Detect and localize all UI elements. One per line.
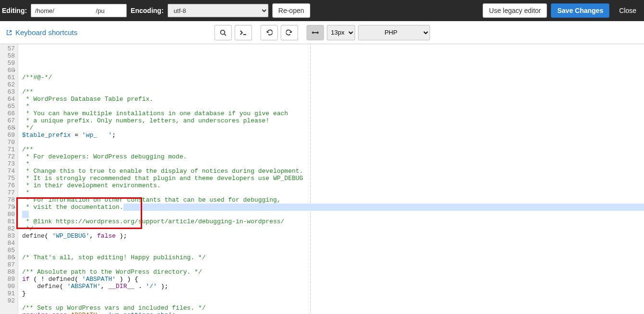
code-line[interactable]: * For developers: WordPress debugging mo… xyxy=(22,153,644,160)
line-number: 84 xyxy=(3,240,15,247)
code-area[interactable]: /**#@-*//** * WordPress Database Table p… xyxy=(18,44,644,314)
code-line[interactable] xyxy=(22,139,644,146)
print-margin xyxy=(310,44,311,314)
code-line[interactable]: * WordPress Database Table prefix. xyxy=(22,96,644,103)
code-line[interactable]: define( 'WP_DEBUG', false ); xyxy=(22,232,644,240)
search-icon xyxy=(219,29,226,36)
line-number: 57 xyxy=(3,45,15,52)
line-gutter: 57585960▾6162636465666768▾69707172737475… xyxy=(0,44,18,314)
line-number: 82 xyxy=(3,225,15,232)
line-number: 88 xyxy=(3,268,15,276)
line-number: 90 xyxy=(3,283,15,290)
code-line[interactable] xyxy=(22,240,644,247)
code-line[interactable] xyxy=(22,261,644,268)
line-number: 59 xyxy=(3,60,15,67)
line-number: 81 xyxy=(3,218,15,225)
line-number: 74 xyxy=(3,168,15,175)
code-line[interactable]: require_once ABSPATH . 'wp-settings.php'… xyxy=(22,312,644,314)
line-number: 63 xyxy=(3,88,15,96)
line-number: 75 xyxy=(3,175,15,182)
code-line[interactable]: /**#@-*/ xyxy=(22,74,644,81)
line-number: 89 xyxy=(3,276,15,283)
line-number: 92 xyxy=(3,297,15,304)
code-line[interactable]: * @link https://wordpress.org/support/ar… xyxy=(22,218,644,225)
keyboard-shortcuts-link[interactable]: Keyboard shortcuts xyxy=(6,28,77,36)
line-number: 66 xyxy=(3,110,15,117)
line-number: 91 xyxy=(3,290,15,297)
code-line[interactable]: */ xyxy=(22,225,644,232)
save-button[interactable]: Save Changes xyxy=(551,3,609,18)
line-number: 69 xyxy=(3,132,15,139)
secondary-toolbar: Keyboard shortcuts 13px PHP xyxy=(0,21,644,44)
font-size-select[interactable]: 13px xyxy=(327,25,355,40)
code-line[interactable]: define( 'ABSPATH', __DIR__ . '/' ); xyxy=(22,283,644,290)
encoding-select[interactable]: utf-8 xyxy=(168,4,268,17)
code-line[interactable]: * It is strongly recommended that plugin… xyxy=(22,175,644,182)
line-number: 76 xyxy=(3,182,15,189)
line-number: 67 xyxy=(3,117,15,124)
topbar: Editing: Encoding: utf-8 Re-open Use leg… xyxy=(0,0,644,21)
line-number: 77 xyxy=(3,189,15,196)
line-number: 80 xyxy=(3,211,15,218)
code-line[interactable]: * xyxy=(22,103,644,110)
code-line[interactable]: */ xyxy=(22,124,644,132)
language-select[interactable]: PHP xyxy=(358,25,430,40)
code-line[interactable]: * xyxy=(22,189,644,196)
code-line[interactable] xyxy=(22,297,644,304)
line-number: 70 xyxy=(3,139,15,146)
code-line[interactable]: * Change this to true to enable the disp… xyxy=(22,168,644,175)
line-number: 73 xyxy=(3,160,15,168)
undo-icon xyxy=(266,29,272,36)
line-number: 71 xyxy=(3,146,15,153)
line-number: 78 xyxy=(3,196,15,204)
keyboard-shortcuts-label: Keyboard shortcuts xyxy=(15,28,77,36)
code-line[interactable]: /** xyxy=(22,146,644,153)
line-number: 83 xyxy=(3,232,15,240)
editing-label: Editing: xyxy=(2,7,27,14)
line-number: 79▾ xyxy=(3,204,15,211)
undo-button[interactable] xyxy=(260,25,278,40)
line-number: 68▾ xyxy=(3,124,15,132)
line-number: 61 xyxy=(3,74,15,81)
code-line[interactable]: if ( ! defined( 'ABSPATH' ) ) { xyxy=(22,276,644,283)
code-line[interactable]: /** Sets up WordPress vars and included … xyxy=(22,304,644,312)
external-link-icon xyxy=(6,29,12,36)
code-editor[interactable]: 57585960▾6162636465666768▾69707172737475… xyxy=(0,44,644,314)
code-line[interactable] xyxy=(22,81,644,88)
search-button[interactable] xyxy=(214,25,231,40)
code-line[interactable]: /* That's all, stop editing! Happy publi… xyxy=(22,254,644,261)
line-number: 86▾ xyxy=(3,254,15,261)
code-line[interactable]: * in their development environments. xyxy=(22,182,644,189)
code-line[interactable]: * visit the documentation. xyxy=(22,204,644,211)
terminal-icon xyxy=(239,29,247,36)
code-line[interactable] xyxy=(22,247,644,254)
line-number: 65 xyxy=(3,103,15,110)
code-line[interactable]: * xyxy=(22,160,644,168)
line-number: 58 xyxy=(3,52,15,60)
editor-tools: 13px PHP xyxy=(214,25,430,40)
redo-button[interactable] xyxy=(280,25,298,40)
legacy-editor-button[interactable]: Use legacy editor xyxy=(483,3,547,18)
code-line[interactable]: $table_prefix = 'wp_ '; xyxy=(22,132,644,139)
line-number: 72 xyxy=(3,153,15,160)
redo-icon xyxy=(286,29,292,36)
code-line[interactable] xyxy=(22,67,644,74)
code-line[interactable]: * You can have multiple installations in… xyxy=(22,110,644,117)
code-line[interactable]: /** xyxy=(22,88,644,96)
close-button[interactable]: Close xyxy=(613,3,642,18)
line-number: 62 xyxy=(3,81,15,88)
line-number: 60▾ xyxy=(3,67,15,74)
code-line[interactable]: * a unique prefix. Only numbers, letters… xyxy=(22,117,644,124)
terminal-button[interactable] xyxy=(234,25,252,40)
file-path-input[interactable] xyxy=(31,4,127,17)
wrap-button[interactable] xyxy=(306,25,324,40)
code-line[interactable]: * xyxy=(22,211,644,218)
code-line[interactable]: } xyxy=(22,290,644,297)
code-line[interactable]: /** Absolute path to the WordPress direc… xyxy=(22,268,644,276)
reopen-button[interactable]: Re-open xyxy=(272,3,311,18)
encoding-label: Encoding: xyxy=(131,7,163,14)
code-line[interactable]: * For information on other constants tha… xyxy=(22,196,644,204)
line-number: 87 xyxy=(3,261,15,268)
line-number: 85 xyxy=(3,247,15,254)
wrap-icon xyxy=(311,29,319,36)
